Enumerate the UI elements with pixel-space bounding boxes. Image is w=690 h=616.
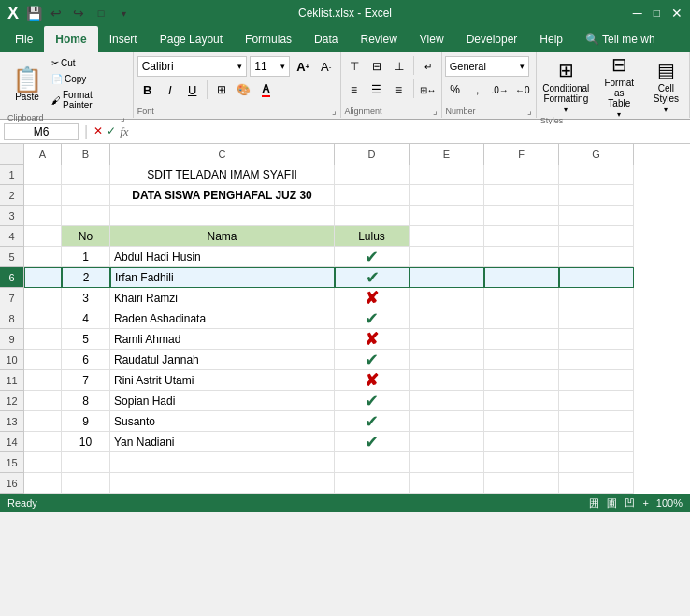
cell-A4[interactable]: [24, 226, 62, 247]
save-icon[interactable]: 💾: [24, 4, 43, 22]
cell-F10[interactable]: [484, 350, 559, 370]
tab-review[interactable]: Review: [349, 26, 408, 52]
cell-A16[interactable]: [24, 473, 62, 494]
cell-F16[interactable]: [484, 473, 559, 494]
cancel-formula-icon[interactable]: ✕: [93, 124, 103, 139]
cell-B7[interactable]: 3: [62, 288, 110, 308]
cell-F15[interactable]: [484, 452, 559, 473]
cell-D7[interactable]: ✘: [335, 288, 410, 308]
align-middle-button[interactable]: ⊟: [367, 56, 387, 77]
align-bottom-button[interactable]: ⊥: [389, 56, 410, 77]
close-icon[interactable]: ✕: [671, 6, 683, 21]
cell-A6[interactable]: [24, 267, 62, 288]
cut-button[interactable]: ✂Cut: [49, 56, 125, 70]
col-header-E[interactable]: E: [410, 144, 484, 165]
tab-formulas[interactable]: Formulas: [234, 26, 303, 52]
cell-G12[interactable]: [559, 391, 634, 411]
cell-C11[interactable]: Rini Astrit Utami: [110, 370, 335, 391]
fill-color-button[interactable]: 🎨: [234, 79, 254, 100]
cell-F2[interactable]: [484, 185, 559, 206]
cell-B14[interactable]: 10: [62, 432, 110, 452]
cell-G11[interactable]: [559, 370, 634, 391]
cell-C1[interactable]: SDIT TELADAN IMAM SYAFII: [110, 165, 335, 185]
cell-D5[interactable]: ✔: [335, 247, 410, 267]
italic-button[interactable]: I: [160, 79, 180, 100]
cell-A5[interactable]: [24, 247, 62, 267]
tab-file[interactable]: File: [4, 26, 44, 52]
percent-button[interactable]: %: [445, 79, 466, 100]
cell-E7[interactable]: [410, 288, 484, 308]
cell-G2[interactable]: [559, 185, 634, 206]
cell-C8[interactable]: Raden Ashadinata: [110, 308, 335, 329]
cell-G10[interactable]: [559, 350, 634, 370]
number-format-selector[interactable]: General ▾: [445, 56, 529, 77]
col-header-D[interactable]: D: [335, 144, 410, 165]
cell-B5[interactable]: 1: [62, 247, 110, 267]
font-name-selector[interactable]: Calibri ▾: [137, 56, 248, 77]
cell-B10[interactable]: 6: [62, 350, 110, 370]
tab-view[interactable]: View: [409, 26, 455, 52]
cell-B12[interactable]: 8: [62, 391, 110, 411]
format-as-table-button[interactable]: ⊟ Format asTable ▾: [597, 49, 641, 123]
cell-B11[interactable]: 7: [62, 370, 110, 391]
cell-B16[interactable]: [62, 473, 110, 494]
cell-E15[interactable]: [410, 452, 484, 473]
cell-D14[interactable]: ✔: [335, 432, 410, 452]
form-icon[interactable]: □: [92, 4, 110, 22]
name-box[interactable]: M6: [4, 123, 79, 140]
cell-F1[interactable]: [484, 165, 559, 185]
font-color-button[interactable]: A: [256, 79, 277, 100]
cell-D3[interactable]: [335, 206, 410, 226]
align-center-button[interactable]: ☰: [367, 79, 387, 100]
cell-G6[interactable]: [559, 267, 634, 288]
cell-A7[interactable]: [24, 288, 62, 308]
tab-home[interactable]: Home: [44, 26, 97, 52]
cell-C13[interactable]: Susanto: [110, 411, 335, 432]
cell-D2[interactable]: [335, 185, 410, 206]
cell-G8[interactable]: [559, 308, 634, 329]
cell-E16[interactable]: [410, 473, 484, 494]
minimize-icon[interactable]: ─: [633, 6, 642, 21]
cell-E3[interactable]: [410, 206, 484, 226]
cell-B1[interactable]: [62, 165, 110, 185]
cell-B2[interactable]: [62, 185, 110, 206]
cell-G15[interactable]: [559, 452, 634, 473]
undo-icon[interactable]: ↩: [47, 4, 65, 22]
cell-A14[interactable]: [24, 432, 62, 452]
cell-E5[interactable]: [410, 247, 484, 267]
tab-developer[interactable]: Developer: [455, 26, 529, 52]
cell-D8[interactable]: ✔: [335, 308, 410, 329]
align-left-button[interactable]: ≡: [344, 79, 365, 100]
cell-F6[interactable]: [484, 267, 559, 288]
cell-D9[interactable]: ✘: [335, 329, 410, 350]
underline-button[interactable]: U: [182, 79, 203, 100]
font-expand-icon[interactable]: ⌟: [332, 106, 337, 116]
paste-button[interactable]: 📋 Paste: [7, 64, 47, 105]
page-break-view-icon[interactable]: 凹: [625, 496, 635, 510]
cell-F14[interactable]: [484, 432, 559, 452]
cell-A12[interactable]: [24, 391, 62, 411]
cell-F3[interactable]: [484, 206, 559, 226]
conditional-formatting-button[interactable]: ⊞ ConditionalFormatting ▾: [540, 54, 592, 119]
cell-C3[interactable]: [110, 206, 335, 226]
formula-input[interactable]: [133, 124, 686, 139]
cell-C10[interactable]: Raudatul Jannah: [110, 350, 335, 370]
cell-B8[interactable]: 4: [62, 308, 110, 329]
col-header-B[interactable]: B: [62, 144, 110, 165]
cell-D13[interactable]: ✔: [335, 411, 410, 432]
cell-E13[interactable]: [410, 411, 484, 432]
cell-C15[interactable]: [110, 452, 335, 473]
cell-F13[interactable]: [484, 411, 559, 432]
page-layout-view-icon[interactable]: 圃: [607, 496, 617, 510]
cell-B6[interactable]: 2: [62, 267, 110, 288]
cell-G7[interactable]: [559, 288, 634, 308]
cell-G5[interactable]: [559, 247, 634, 267]
cell-F9[interactable]: [484, 329, 559, 350]
cell-B4[interactable]: No: [62, 226, 110, 247]
col-header-C[interactable]: C: [110, 144, 335, 165]
cell-A15[interactable]: [24, 452, 62, 473]
cell-C6[interactable]: Irfan Fadhili: [110, 267, 335, 288]
cell-C12[interactable]: Sopian Hadi: [110, 391, 335, 411]
cell-E12[interactable]: [410, 391, 484, 411]
cell-styles-button[interactable]: ▤ CellStyles ▾: [647, 54, 685, 119]
